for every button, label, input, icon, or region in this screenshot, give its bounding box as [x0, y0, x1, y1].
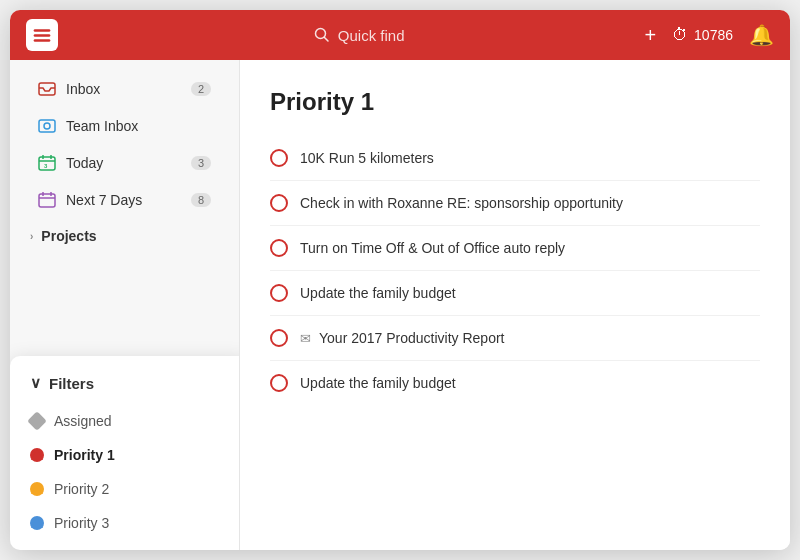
- assigned-label: Assigned: [54, 413, 112, 429]
- search-icon: [314, 27, 330, 43]
- filters-label: Filters: [49, 375, 94, 392]
- filters-popup: ∨ Filters Assigned Priority 1: [10, 356, 240, 550]
- next-days-badge: 8: [191, 193, 211, 207]
- topbar-actions: + ⏱ 10786 🔔: [644, 23, 774, 47]
- svg-line-4: [324, 38, 328, 42]
- filter-item-priority2[interactable]: Priority 2: [10, 472, 240, 506]
- priority3-label: Priority 3: [54, 515, 109, 531]
- filters-chevron-down: ∨: [30, 374, 41, 392]
- app-window: Quick find + ⏱ 10786 🔔 Inbo: [10, 10, 790, 550]
- main-content: Priority 1 10K Run 5 kilometersCheck in …: [240, 60, 790, 550]
- team-inbox-icon: [38, 117, 56, 135]
- search-box[interactable]: Quick find: [314, 27, 405, 44]
- clock-icon: ⏱: [672, 26, 688, 44]
- sidebar-item-team-inbox[interactable]: Team Inbox: [18, 108, 231, 144]
- filter-item-priority3[interactable]: Priority 3: [10, 506, 240, 540]
- task-checkbox[interactable]: [270, 239, 288, 257]
- task-text: Check in with Roxanne RE: sponsorship op…: [300, 195, 623, 211]
- team-inbox-label: Team Inbox: [66, 118, 138, 134]
- filter-item-priority1[interactable]: Priority 1: [10, 438, 240, 472]
- body: Inbox 2 Team Inbox: [10, 60, 790, 550]
- filters-header[interactable]: ∨ Filters: [10, 366, 240, 404]
- task-text: Turn on Time Off & Out of Office auto re…: [300, 240, 565, 256]
- karma-badge[interactable]: ⏱ 10786: [672, 26, 733, 44]
- task-item[interactable]: Update the family budget: [270, 361, 760, 405]
- task-text: 10K Run 5 kilometers: [300, 150, 434, 166]
- app-logo[interactable]: [26, 19, 58, 51]
- karma-count: 10786: [694, 27, 733, 43]
- priority1-icon: [30, 448, 44, 462]
- topbar: Quick find + ⏱ 10786 🔔: [10, 10, 790, 60]
- svg-rect-0: [34, 29, 51, 32]
- add-button[interactable]: +: [644, 24, 656, 47]
- svg-rect-13: [39, 194, 55, 207]
- task-text: Update the family budget: [300, 375, 456, 391]
- priority2-label: Priority 2: [54, 481, 109, 497]
- today-label: Today: [66, 155, 103, 171]
- task-checkbox[interactable]: [270, 329, 288, 347]
- svg-rect-5: [39, 83, 55, 95]
- sidebar: Inbox 2 Team Inbox: [10, 60, 240, 550]
- projects-section[interactable]: › Projects: [10, 219, 239, 253]
- priority1-label: Priority 1: [54, 447, 115, 463]
- filter-item-assigned[interactable]: Assigned: [10, 404, 240, 438]
- projects-chevron: ›: [30, 231, 33, 242]
- task-text: Update the family budget: [300, 285, 456, 301]
- task-item[interactable]: ✉Your 2017 Productivity Report: [270, 316, 760, 361]
- svg-text:3: 3: [44, 163, 48, 169]
- today-icon: 3: [38, 154, 56, 172]
- sidebar-item-today[interactable]: 3 Today 3: [18, 145, 231, 181]
- svg-rect-1: [34, 34, 51, 37]
- task-checkbox[interactable]: [270, 149, 288, 167]
- svg-rect-6: [39, 120, 55, 132]
- next-days-label: Next 7 Days: [66, 192, 142, 208]
- task-text: ✉Your 2017 Productivity Report: [300, 330, 504, 346]
- assigned-icon: [27, 411, 47, 431]
- task-item[interactable]: 10K Run 5 kilometers: [270, 136, 760, 181]
- task-item[interactable]: Update the family budget: [270, 271, 760, 316]
- task-checkbox[interactable]: [270, 284, 288, 302]
- svg-rect-2: [34, 39, 51, 41]
- task-item[interactable]: Check in with Roxanne RE: sponsorship op…: [270, 181, 760, 226]
- projects-label: Projects: [41, 228, 96, 244]
- priority3-icon: [30, 516, 44, 530]
- svg-point-7: [44, 123, 50, 129]
- search-placeholder: Quick find: [338, 27, 405, 44]
- task-list: 10K Run 5 kilometersCheck in with Roxann…: [270, 136, 760, 405]
- task-checkbox[interactable]: [270, 194, 288, 212]
- sidebar-item-inbox[interactable]: Inbox 2: [18, 71, 231, 107]
- inbox-badge: 2: [191, 82, 211, 96]
- envelope-icon: ✉: [300, 331, 311, 346]
- task-item[interactable]: Turn on Time Off & Out of Office auto re…: [270, 226, 760, 271]
- task-checkbox[interactable]: [270, 374, 288, 392]
- notifications-button[interactable]: 🔔: [749, 23, 774, 47]
- next-days-icon: [38, 191, 56, 209]
- today-badge: 3: [191, 156, 211, 170]
- sidebar-item-next-days[interactable]: Next 7 Days 8: [18, 182, 231, 218]
- inbox-icon: [38, 80, 56, 98]
- page-title: Priority 1: [270, 88, 760, 116]
- priority2-icon: [30, 482, 44, 496]
- inbox-label: Inbox: [66, 81, 100, 97]
- search-area: Quick find: [74, 27, 644, 44]
